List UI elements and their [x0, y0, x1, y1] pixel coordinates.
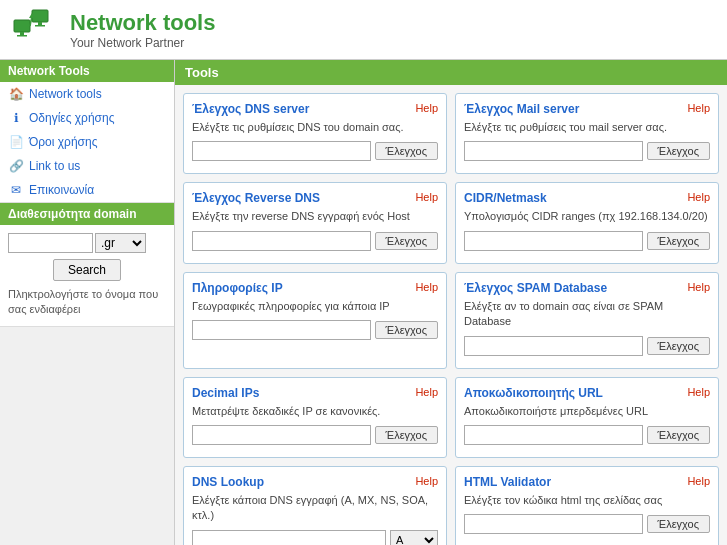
domain-section-title: Διαθεσιμότητα domain	[0, 203, 174, 225]
tool-input-row: Έλεγχος	[192, 320, 438, 340]
domain-search-button[interactable]: Search	[53, 259, 121, 281]
sidebar-nav: 🏠 Network tools ℹ Οδηγίες χρήσης 📄 Όροι …	[0, 82, 174, 203]
help-link[interactable]: Help	[687, 475, 710, 487]
help-link[interactable]: Help	[415, 102, 438, 114]
tool-desc: Μετατρέψτε δεκαδικές IP σε κανονικές.	[192, 404, 438, 419]
tool-title: Decimal IPs	[192, 386, 259, 400]
logo-icon	[12, 8, 60, 51]
link-icon: 🔗	[8, 158, 24, 174]
home-icon: 🏠	[8, 86, 24, 102]
tool-card-decimal-ip: Decimal IPs Help Μετατρέψτε δεκαδικές IP…	[183, 377, 447, 458]
tool-title: Έλεγχος Reverse DNS	[192, 191, 320, 205]
help-link[interactable]: Help	[687, 191, 710, 203]
mail-icon: ✉	[8, 182, 24, 198]
tool-input[interactable]	[464, 514, 643, 534]
tool-card-header: Έλεγχος SPAM Database Help	[464, 281, 710, 295]
tool-card-url-decode: Αποκωδικοποιητής URL Help Αποκωδικοποιήσ…	[455, 377, 719, 458]
tool-submit-button[interactable]: Έλεγχος	[375, 142, 438, 160]
tool-submit-button[interactable]: Έλεγχος	[375, 426, 438, 444]
tool-card-html-validator: HTML Validator Help Ελέγξτε τον κώδικα h…	[455, 466, 719, 545]
svg-rect-3	[32, 10, 48, 22]
tool-card-header: HTML Validator Help	[464, 475, 710, 489]
site-title: Network tools	[70, 10, 215, 36]
tool-input[interactable]	[464, 231, 643, 251]
help-link[interactable]: Help	[415, 191, 438, 203]
sidebar-item-contact[interactable]: ✉ Επικοινωνία	[0, 178, 174, 202]
tool-input[interactable]	[192, 320, 371, 340]
tool-title: DNS Lookup	[192, 475, 264, 489]
svg-rect-1	[20, 32, 24, 35]
tool-submit-button[interactable]: Έλεγχος	[647, 337, 710, 355]
tools-grid: Έλεγχος DNS server Help Ελέγξτε τις ρυθμ…	[175, 85, 727, 545]
sidebar-item-label: Link to us	[29, 159, 80, 173]
tool-submit-button[interactable]: Έλεγχος	[647, 426, 710, 444]
domain-tld-select[interactable]: .gr .com .net .org	[95, 233, 146, 253]
tool-card-reverse-dns: Έλεγχος Reverse DNS Help Ελέγξτε την rev…	[183, 182, 447, 263]
domain-input[interactable]	[8, 233, 93, 253]
sidebar-item-link[interactable]: 🔗 Link to us	[0, 154, 174, 178]
tool-title: Έλεγχος DNS server	[192, 102, 309, 116]
sidebar-item-label: Network tools	[29, 87, 102, 101]
tool-card-ip-info: Πληροφορίες IP Help Γεωγραφικές πληροφορ…	[183, 272, 447, 369]
tool-card-header: Έλεγχος Reverse DNS Help	[192, 191, 438, 205]
tool-input[interactable]	[192, 231, 371, 251]
tool-card-dns-server: Έλεγχος DNS server Help Ελέγξτε τις ρυθμ…	[183, 93, 447, 174]
help-link[interactable]: Help	[687, 386, 710, 398]
site-subtitle: Your Network Partner	[70, 36, 215, 50]
tool-submit-button[interactable]: Έλεγχος	[375, 232, 438, 250]
tool-card-spam-db: Έλεγχος SPAM Database Help Ελέγξτε αν το…	[455, 272, 719, 369]
tool-card-header: Έλεγχος DNS server Help	[192, 102, 438, 116]
tools-section-title: Tools	[175, 60, 727, 85]
tool-input[interactable]	[192, 141, 371, 161]
sidebar-item-label: Οδηγίες χρήσης	[29, 111, 114, 125]
tool-desc: Υπολογισμός CIDR ranges (πχ 192.168.134.…	[464, 209, 710, 224]
tool-title: Πληροφορίες IP	[192, 281, 283, 295]
tool-desc: Αποκωδικοποιήστε μπερδεμένες URL	[464, 404, 710, 419]
domain-hint: Πληκτρολογήστε το όνομα που σας ενδιαφέρ…	[8, 287, 166, 318]
sidebar-nav-title: Network Tools	[0, 60, 174, 82]
tool-input-row: Έλεγχος	[464, 336, 710, 356]
tool-input-row: Έλεγχος	[464, 514, 710, 534]
sidebar-item-label: Επικοινωνία	[29, 183, 94, 197]
tool-title: Αποκωδικοποιητής URL	[464, 386, 603, 400]
tool-submit-button[interactable]: Έλεγχος	[647, 142, 710, 160]
tool-input-row: Έλεγχος	[464, 141, 710, 161]
tool-input[interactable]	[464, 336, 643, 356]
tool-input-row: Έλεγχος	[464, 425, 710, 445]
sidebar-item-label: Όροι χρήσης	[29, 135, 97, 149]
tool-desc: Ελέγξτε την reverse DNS εγγραφή ενός Hos…	[192, 209, 438, 224]
help-link[interactable]: Help	[415, 386, 438, 398]
tool-submit-button[interactable]: Έλεγχος	[375, 321, 438, 339]
tool-desc: Ελέγξτε τις ρυθμίσεις του mail server σα…	[464, 120, 710, 135]
tool-input[interactable]	[464, 141, 643, 161]
tool-input[interactable]	[192, 530, 386, 545]
tool-desc: Ελέγξτε τις ρυθμίσεις DNS του domain σας…	[192, 120, 438, 135]
sidebar-item-terms[interactable]: 📄 Όροι χρήσης	[0, 130, 174, 154]
tool-input-row: Έλεγχος	[464, 231, 710, 251]
tool-title: HTML Validator	[464, 475, 551, 489]
logo-text: Network tools Your Network Partner	[70, 10, 215, 50]
sidebar-item-guide[interactable]: ℹ Οδηγίες χρήσης	[0, 106, 174, 130]
tool-input-row: Έλεγχος	[192, 231, 438, 251]
tool-input-row: Έλεγχος	[192, 425, 438, 445]
dns-record-type-select[interactable]: AMXNSSOA	[390, 530, 438, 545]
tool-card-cidr: CIDR/Netmask Help Υπολογισμός CIDR range…	[455, 182, 719, 263]
tool-input[interactable]	[192, 425, 371, 445]
tool-title: Έλεγχος Mail server	[464, 102, 579, 116]
svg-rect-0	[14, 20, 30, 32]
help-link[interactable]: Help	[415, 281, 438, 293]
help-link[interactable]: Help	[687, 281, 710, 293]
tools-section: Tools Έλεγχος DNS server Help Ελέγξτε τι…	[175, 60, 727, 545]
tool-input-row: AMXNSSOA	[192, 530, 438, 545]
tool-submit-button[interactable]: Έλεγχος	[647, 232, 710, 250]
domain-select-wrap: .gr .com .net .org	[95, 233, 146, 253]
tool-submit-button[interactable]: Έλεγχος	[647, 515, 710, 533]
sidebar: Network Tools 🏠 Network tools ℹ Οδηγίες …	[0, 60, 175, 545]
tool-input[interactable]	[464, 425, 643, 445]
tool-card-dns-lookup: DNS Lookup Help Ελέγξτε κάποια DNS εγγρα…	[183, 466, 447, 545]
help-link[interactable]: Help	[415, 475, 438, 487]
tool-desc: Ελέγξτε τον κώδικα html της σελίδας σας	[464, 493, 710, 508]
help-link[interactable]: Help	[687, 102, 710, 114]
tool-desc: Γεωγραφικές πληροφορίες για κάποια IP	[192, 299, 438, 314]
sidebar-item-network-tools[interactable]: 🏠 Network tools	[0, 82, 174, 106]
